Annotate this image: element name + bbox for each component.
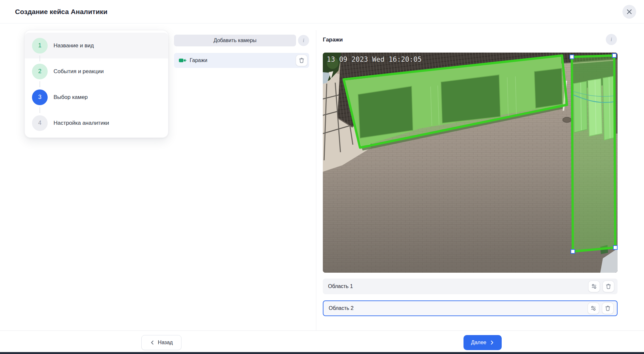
step-analytics-settings[interactable]: 4 Настройка аналитики xyxy=(25,110,168,136)
step-4-label: Настройка аналитики xyxy=(54,120,109,126)
create-analytics-case-dialog: Создание кейса Аналитики 1 Название и ви… xyxy=(0,0,644,354)
area-row-1[interactable]: Область 1 xyxy=(323,279,618,294)
back-button-label: Назад xyxy=(158,340,173,346)
back-button[interactable]: Назад xyxy=(141,335,181,350)
add-cameras-button[interactable]: Добавить камеры xyxy=(174,35,296,46)
sliders-icon xyxy=(590,305,596,311)
dialog-title: Создание кейса Аналитики xyxy=(15,0,107,24)
step-2-label: События и реакции xyxy=(54,68,104,75)
trash-icon xyxy=(605,305,611,311)
step-1-label: Название и вид xyxy=(54,42,94,49)
trash-icon xyxy=(299,57,305,63)
dialog-footer: Назад Далее xyxy=(0,330,644,352)
step-camera-selection[interactable]: 3 Выбор камер xyxy=(25,84,168,110)
trash-icon xyxy=(605,283,611,289)
step-4-badge: 4 xyxy=(32,115,48,131)
camera-preview-image[interactable]: 13 09 2023 Wed 16:20:05 xyxy=(323,53,618,273)
area-delete-button[interactable] xyxy=(602,302,614,314)
area-label: Область 1 xyxy=(328,283,588,289)
delete-camera-button[interactable] xyxy=(296,55,307,66)
area-row-2-selected[interactable]: Область 2 xyxy=(323,300,618,316)
step-2-badge: 2 xyxy=(32,64,48,79)
step-3-label: Выбор камер xyxy=(54,94,88,101)
step-1-badge: 1 xyxy=(32,38,48,54)
camera-timestamp: 13 09 2023 Wed 16:20:05 xyxy=(327,56,422,63)
camera-name: Гаражи xyxy=(190,57,296,63)
dialog-header: Создание кейса Аналитики xyxy=(0,0,644,24)
area-settings-button[interactable] xyxy=(588,281,600,292)
step-events-and-reactions[interactable]: 2 События и реакции xyxy=(25,58,168,84)
chevron-right-icon xyxy=(490,340,494,345)
camera-list-item[interactable]: Гаражи xyxy=(174,53,309,68)
close-button[interactable] xyxy=(622,5,636,19)
info-icon[interactable]: i xyxy=(606,34,617,45)
preview-title: Гаражи xyxy=(323,37,343,43)
chevron-left-icon xyxy=(150,340,155,345)
next-button-label: Далее xyxy=(471,340,486,346)
area-delete-button[interactable] xyxy=(603,281,614,292)
area-settings-button[interactable] xyxy=(588,302,599,314)
close-icon xyxy=(626,9,632,15)
info-icon[interactable]: i xyxy=(298,35,309,46)
next-button[interactable]: Далее xyxy=(463,335,502,350)
step-3-badge: 3 xyxy=(32,89,48,105)
area-label: Область 2 xyxy=(329,305,588,311)
stepper: 1 Название и вид 2 События и реакции 3 В… xyxy=(24,30,168,138)
sliders-icon xyxy=(591,283,597,289)
window-bottom-edge xyxy=(0,352,644,354)
column-divider xyxy=(316,30,316,330)
step-name-and-type[interactable]: 1 Название и вид xyxy=(25,33,168,58)
video-camera-icon xyxy=(179,57,186,63)
